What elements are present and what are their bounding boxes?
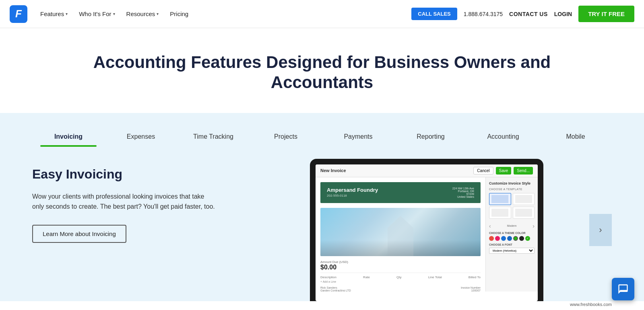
tab-accounting[interactable]: Accounting bbox=[467, 129, 539, 147]
color-black[interactable] bbox=[519, 236, 524, 241]
nav-pricing[interactable]: Pricing bbox=[170, 10, 188, 17]
chevron-down-icon: ▾ bbox=[66, 12, 68, 16]
laptop-screen: New Invoice Cancel Save Send... bbox=[316, 164, 538, 301]
invoice-meta: Rick Sanders Garden Contracting LTD Invo… bbox=[320, 286, 481, 292]
tab-time-tracking[interactable]: Time Tracking bbox=[177, 129, 250, 147]
invoice-send-button[interactable]: Send... bbox=[514, 167, 533, 175]
tab-mobile[interactable]: Mobile bbox=[539, 129, 612, 147]
invoice-main: Ampersand Foundry 202-555-0118 224 NW 13… bbox=[316, 177, 485, 292]
template-thumb-1[interactable] bbox=[489, 193, 511, 205]
line-item-header: Description Rate Qty Line Total Billed T… bbox=[320, 275, 481, 279]
section-description: Wow your clients with professional looki… bbox=[32, 191, 217, 212]
nav-who-its-for[interactable]: Who It's For ▾ bbox=[79, 10, 115, 17]
invoice-company-name: Ampersand Foundry bbox=[327, 187, 378, 193]
features-right-panel: New Invoice Cancel Save Send... bbox=[242, 159, 612, 301]
tab-payments[interactable]: Payments bbox=[322, 129, 394, 147]
modern-label: Modern bbox=[507, 224, 517, 227]
navbar-right: CALL SALES 1.888.674.3175 CONTACT US LOG… bbox=[411, 6, 634, 22]
tab-expenses[interactable]: Expenses bbox=[105, 129, 177, 147]
template-grid bbox=[489, 193, 535, 219]
invoice-company-addr: 202-555-0118 bbox=[327, 194, 378, 197]
building-illustration bbox=[384, 216, 417, 256]
invoice-buttons: Cancel Save Send... bbox=[473, 167, 533, 175]
hero-section: Accounting Features Designed for Busines… bbox=[0, 28, 644, 113]
hero-title: Accounting Features Designed for Busines… bbox=[80, 52, 564, 93]
color-green[interactable] bbox=[513, 236, 518, 241]
features-content: Easy Invoicing Wow your clients with pro… bbox=[0, 159, 644, 301]
invoice-amount-section: Amount Due (USD) $0.00 bbox=[320, 260, 481, 271]
color-blue-dark[interactable] bbox=[507, 236, 512, 241]
features-tabs: Invoicing Expenses Time Tracking Project… bbox=[0, 129, 644, 147]
color-check[interactable]: ✓ bbox=[525, 236, 530, 241]
amount-value: $0.00 bbox=[320, 264, 481, 271]
nav-resources[interactable]: Resources ▾ bbox=[126, 10, 159, 17]
invoice-customization-sidebar: Customize Invoice Style CHOOSE A TEMPLAT… bbox=[485, 177, 538, 292]
color-red[interactable] bbox=[489, 236, 494, 241]
next-slide-button[interactable]: › bbox=[589, 214, 612, 246]
chat-icon bbox=[617, 283, 629, 295]
invoice-cancel-button[interactable]: Cancel bbox=[473, 167, 493, 175]
call-sales-button[interactable]: CALL SALES bbox=[411, 8, 457, 20]
chevron-right-icon: › bbox=[599, 225, 602, 235]
template-thumb-2[interactable] bbox=[513, 193, 535, 205]
features-section: Invoicing Expenses Time Tracking Project… bbox=[0, 113, 644, 301]
color-pink[interactable] bbox=[495, 236, 500, 241]
color-picker: ✓ bbox=[489, 236, 535, 241]
invoice-top-bar: New Invoice Cancel Save Send... bbox=[316, 164, 538, 177]
chevron-down-icon: ▾ bbox=[113, 12, 115, 16]
choose-font-label: CHOOSE A FONT bbox=[489, 243, 535, 246]
login-link[interactable]: LOGIN bbox=[554, 11, 572, 17]
invoice-body: Ampersand Foundry 202-555-0118 224 NW 13… bbox=[316, 177, 538, 292]
section-title: Easy Invoicing bbox=[32, 167, 217, 182]
invoice-save-button[interactable]: Save bbox=[496, 167, 512, 175]
billed-to-name: Rick Sanders bbox=[320, 286, 351, 289]
invoice-image bbox=[320, 208, 481, 256]
template-prev-icon[interactable]: ‹ bbox=[489, 223, 491, 229]
theme-color-label: CHOOSE A THEME COLOR bbox=[489, 232, 535, 234]
contact-us-link[interactable]: CONTACT US bbox=[509, 11, 548, 17]
chevron-down-icon: ▾ bbox=[157, 12, 159, 16]
logo-letter: F bbox=[15, 8, 22, 20]
chat-button[interactable] bbox=[612, 278, 634, 300]
billed-to-company: Garden Contracting LTD bbox=[320, 289, 351, 292]
add-line: + Add a Line bbox=[320, 280, 481, 283]
invoice-right-addr: 224 NW 13th Ave Portland, OR 97209 Unite… bbox=[452, 187, 474, 198]
choose-template-label: CHOOSE A TEMPLATE bbox=[489, 188, 535, 191]
learn-more-button[interactable]: Learn More about Invoicing bbox=[32, 225, 126, 243]
nav-features[interactable]: Features ▾ bbox=[40, 10, 68, 17]
font-selector[interactable]: Modern (Helvetica) bbox=[489, 248, 535, 254]
tab-reporting[interactable]: Reporting bbox=[394, 129, 467, 147]
try-free-button[interactable]: TRY IT FREE bbox=[578, 6, 634, 22]
nav-links: Features ▾ Who It's For ▾ Resources ▾ Pr… bbox=[40, 10, 411, 17]
phone-number: 1.888.674.3175 bbox=[464, 11, 503, 17]
invoice-title: New Invoice bbox=[320, 168, 346, 173]
tab-projects[interactable]: Projects bbox=[250, 129, 322, 147]
tab-invoicing[interactable]: Invoicing bbox=[32, 129, 105, 147]
color-blue-light[interactable] bbox=[501, 236, 506, 241]
amount-label: Amount Due (USD) bbox=[320, 260, 481, 264]
template-thumb-4[interactable] bbox=[513, 207, 535, 219]
logo[interactable]: F bbox=[10, 5, 27, 23]
invoice-line-items: Description Rate Qty Line Total Billed T… bbox=[320, 273, 481, 283]
invoice-company-header: Ampersand Foundry 202-555-0118 224 NW 13… bbox=[320, 182, 481, 203]
template-nav: ‹ Modern › bbox=[489, 223, 535, 229]
template-next-icon[interactable]: › bbox=[533, 223, 535, 229]
navbar: F Features ▾ Who It's For ▾ Resources ▾ … bbox=[0, 0, 644, 28]
template-thumb-3[interactable] bbox=[489, 207, 511, 219]
sidebar-title: Customize Invoice Style bbox=[489, 181, 535, 185]
laptop-frame: New Invoice Cancel Save Send... bbox=[310, 159, 543, 301]
features-left-panel: Easy Invoicing Wow your clients with pro… bbox=[32, 159, 217, 243]
